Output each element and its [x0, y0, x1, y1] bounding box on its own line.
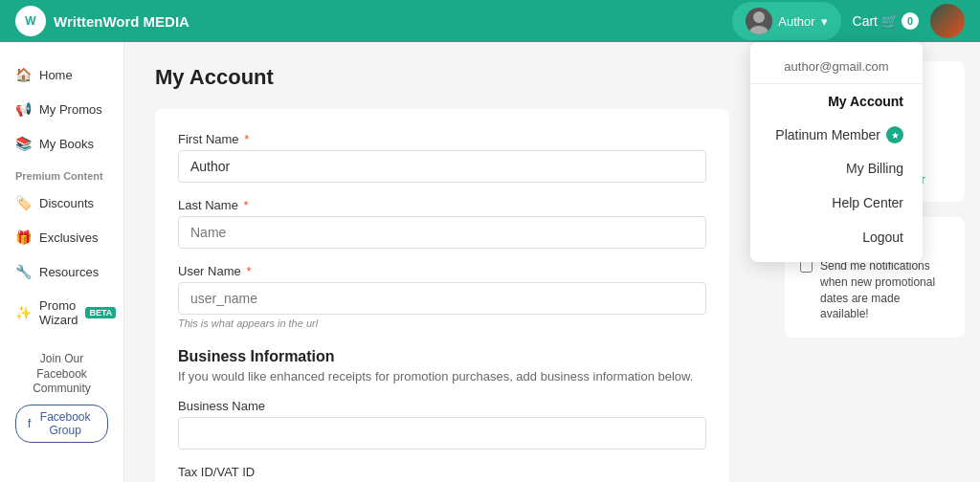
main-content: My Account First Name * Last Name *: [124, 42, 769, 482]
page-title: My Account: [155, 65, 739, 90]
cart-badge: 0: [902, 12, 919, 30]
sidebar-item-home[interactable]: 🏠 Home: [0, 57, 123, 92]
exclusives-icon: 🎁: [15, 230, 32, 245]
sidebar-item-exclusives[interactable]: 🎁 Exclusives: [0, 220, 123, 254]
sidebar-item-my-books[interactable]: 📚 My Books: [0, 126, 123, 161]
author-button[interactable]: Author ▾: [732, 2, 840, 40]
sidebar-item-exclusives-label: Exclusives: [39, 230, 98, 245]
account-form-card: First Name * Last Name * User Name *: [155, 109, 729, 482]
header-avatar[interactable]: [930, 4, 965, 38]
business-name-label: Business Name: [178, 399, 706, 413]
sidebar-item-home-label: Home: [39, 68, 73, 82]
first-name-group: First Name *: [178, 132, 706, 183]
author-label: Author: [778, 14, 814, 29]
dropdown-my-account[interactable]: My Account: [750, 84, 923, 119]
sidebar-item-promos-label: My Promos: [39, 102, 102, 117]
first-name-label: First Name *: [178, 132, 706, 146]
dropdown-help-center[interactable]: Help Center: [750, 186, 923, 220]
books-icon: 📚: [15, 136, 32, 151]
discounts-icon: 🏷️: [15, 195, 32, 210]
resources-icon: 🔧: [15, 264, 32, 279]
facebook-group-button[interactable]: f Facebook Group: [15, 405, 108, 443]
first-name-required: *: [244, 132, 249, 146]
first-name-input[interactable]: [178, 150, 706, 183]
dropdown-platinum-label: Platinum Member: [775, 127, 880, 142]
svg-point-0: [753, 11, 765, 23]
home-icon: 🏠: [15, 67, 32, 82]
last-name-group: Last Name *: [178, 198, 706, 249]
facebook-icon: f: [28, 417, 31, 430]
business-section-desc: If you would like enhanced receipts for …: [178, 369, 706, 383]
facebook-group-section: Join Our Facebook Community f Facebook G…: [0, 337, 123, 458]
username-hint: This is what appears in the url: [178, 318, 706, 329]
last-name-label: Last Name *: [178, 198, 706, 212]
business-name-input[interactable]: [178, 417, 706, 449]
business-section-title: Business Information: [178, 348, 706, 365]
sidebar-item-my-promos[interactable]: 📢 My Promos: [0, 92, 123, 126]
sidebar-item-promo-wizard[interactable]: ✨ Promo Wizard BETA: [0, 289, 123, 337]
logo: W WrittenWord MEDIA: [15, 6, 189, 36]
author-avatar-small: [746, 8, 772, 34]
sidebar-item-discounts[interactable]: 🏷️ Discounts: [0, 186, 123, 220]
last-name-input[interactable]: [178, 216, 706, 249]
tax-id-group: Tax ID/VAT ID: [178, 465, 706, 482]
notifications-checkbox-row: Send me notifications when new promotion…: [800, 258, 949, 322]
facebook-btn-label: Facebook Group: [34, 410, 96, 437]
sidebar-item-resources-label: Resources: [39, 265, 99, 279]
username-input[interactable]: [178, 282, 706, 315]
sidebar-item-discounts-label: Discounts: [39, 196, 94, 210]
beta-badge: BETA: [85, 307, 116, 318]
cart-icon: 🛒: [881, 13, 898, 29]
promos-icon: 📢: [15, 101, 32, 117]
username-label: User Name *: [178, 264, 706, 278]
dropdown-my-billing[interactable]: My Billing: [750, 151, 923, 186]
cart-label: Cart: [853, 13, 878, 29]
dropdown-platinum: Platinum Member ★: [750, 119, 923, 151]
sidebar-item-books-label: My Books: [39, 137, 94, 151]
business-name-group: Business Name: [178, 399, 706, 449]
dropdown-email: author@gmail.com: [750, 50, 923, 84]
dropdown-logout[interactable]: Logout: [750, 220, 923, 254]
svg-point-1: [749, 26, 768, 34]
promo-wizard-icon: ✨: [15, 305, 32, 320]
user-dropdown: author@gmail.com My Account Platinum Mem…: [750, 42, 923, 262]
logo-icon: W: [15, 6, 46, 36]
sidebar-item-resources[interactable]: 🔧 Resources: [0, 254, 123, 289]
premium-content-label: Premium Content: [0, 161, 123, 186]
sidebar-item-promo-wizard-label: Promo Wizard: [39, 298, 78, 327]
tax-id-label: Tax ID/VAT ID: [178, 465, 706, 479]
platinum-icon: ★: [886, 126, 903, 143]
username-group: User Name * This is what appears in the …: [178, 264, 706, 329]
chevron-down-icon: ▾: [821, 14, 828, 29]
facebook-group-label: Join Our Facebook Community: [15, 352, 108, 397]
sidebar: 🏠 Home 📢 My Promos 📚 My Books Premium Co…: [0, 42, 124, 482]
cart-button[interactable]: Cart 🛒 0: [853, 12, 919, 30]
last-name-required: *: [244, 198, 249, 212]
username-required: *: [246, 264, 251, 278]
notifications-text: Send me notifications when new promotion…: [820, 258, 949, 322]
header-right: Author ▾ Cart 🛒 0: [732, 2, 965, 40]
logo-text: WrittenWord MEDIA: [54, 13, 189, 30]
header: W WrittenWord MEDIA Author ▾ Cart 🛒 0 au…: [0, 0, 980, 42]
